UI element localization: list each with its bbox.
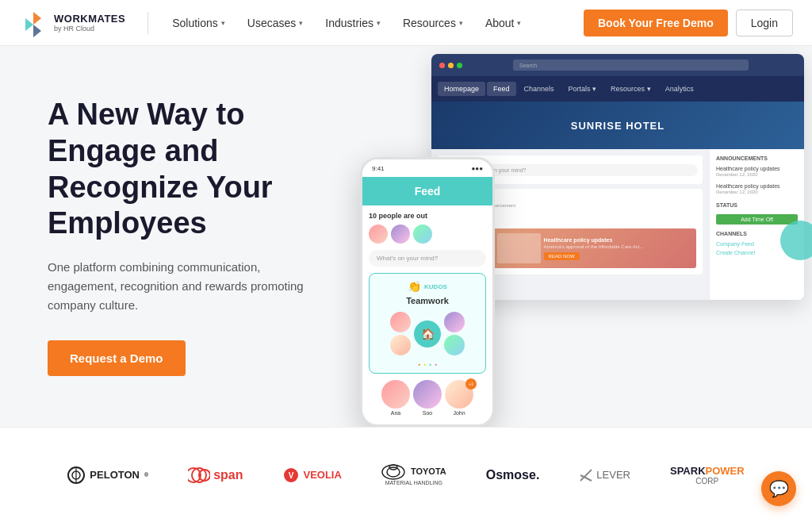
hero-content: A New Way to Engage and Recognize Your E…: [48, 97, 333, 375]
toyota-sub-text: MATERIAL HANDLING: [381, 480, 446, 486]
post-body: America's approval of the Affordable Car…: [544, 244, 644, 249]
nav-about[interactable]: About ▾: [476, 12, 531, 34]
desktop-nav-portals[interactable]: Portals ▾: [562, 82, 603, 96]
announcements-section: ANNOUNCEMENTS Healthcare policy updatesD…: [716, 155, 798, 196]
chevron-down-icon: ▾: [517, 19, 521, 27]
logo-title: WORKMATES: [54, 13, 125, 25]
dot-green: [457, 63, 462, 68]
hero-subheading: One platform combining communication, en…: [48, 258, 333, 315]
status-title: STATUS: [716, 202, 798, 208]
toyota-logo: TOYOTA MATERIAL HANDLING: [381, 464, 446, 486]
peloton-text: PELOTON: [90, 469, 140, 481]
lever-icon: [579, 468, 593, 482]
desktop-nav-channels[interactable]: Channels: [518, 82, 561, 96]
span-icon: [188, 466, 210, 484]
hero-section: A New Way to Engage and Recognize Your E…: [0, 46, 812, 427]
osmose-text: Osmose.: [486, 468, 540, 482]
desktop-nav-homepage[interactable]: Homepage: [438, 82, 485, 96]
kudos-dots: ● ● ● ●: [376, 362, 479, 367]
toyota-icon: [381, 464, 405, 480]
announcement-2: Healthcare policy updatesDecember 12, 20…: [716, 182, 798, 196]
request-demo-button[interactable]: Request a Demo: [48, 340, 186, 376]
address-bar: Search: [519, 63, 537, 68]
kudos-title: Teamwork: [376, 296, 479, 305]
phone-mockup: 9:41 ●●● Feed 10 people are out What's o…: [360, 157, 495, 427]
spark-corp-text: CORP: [670, 477, 745, 486]
chevron-down-icon: ▾: [377, 19, 381, 27]
hero-heading: A New Way to Engage and Recognize Your E…: [48, 97, 333, 241]
phone-status-bar: 9:41 ●●●: [362, 159, 492, 177]
logo[interactable]: WORKMATES by HR Cloud: [19, 9, 125, 37]
logo-subtitle: by HR Cloud: [54, 25, 125, 33]
status-section: STATUS Add Time Off: [716, 202, 798, 225]
desktop-topbar: Search: [431, 54, 804, 76]
spark-power-text: POWER: [706, 465, 745, 477]
nav-divider: [147, 12, 148, 34]
what-on-mind-input[interactable]: What's on your mind?: [369, 250, 486, 267]
workmates-logo-icon: [19, 9, 48, 37]
hotel-name: SUNRISE HOTEL: [571, 120, 665, 132]
chevron-down-icon: ▾: [459, 19, 463, 27]
desktop-nav-resources[interactable]: Resources ▾: [604, 82, 657, 96]
peloton-logo: PELOTON®: [67, 466, 148, 484]
add-time-off-button[interactable]: Add Time Off: [716, 214, 798, 225]
phone-feed-header: Feed: [362, 177, 492, 205]
nav-links: Solutions ▾ Usecases ▾ Industries ▾ Reso…: [163, 12, 576, 34]
span-text: span: [213, 468, 243, 482]
svg-text:V: V: [289, 471, 294, 480]
announcements-title: ANNOUNCEMENTS: [716, 155, 798, 161]
veolia-icon: V: [282, 466, 300, 484]
span-logo: span: [188, 466, 243, 484]
svg-marker-0: [33, 12, 41, 25]
navbar: WORKMATES by HR Cloud Solutions ▾ Usecas…: [0, 0, 812, 46]
lever-logo: LEVER: [579, 468, 630, 482]
dot-yellow: [448, 63, 454, 68]
login-button[interactable]: Login: [736, 10, 793, 36]
kudos-network: 🏠: [376, 312, 479, 355]
post-input[interactable]: What's on your mind?: [466, 164, 698, 176]
desktop-nav: Homepage Feed Channels Portals ▾ Resourc…: [431, 76, 804, 102]
peloton-icon: [67, 466, 85, 484]
nav-usecases[interactable]: Usecases ▾: [238, 12, 312, 34]
phone-bottom-avatars: Ana Soo +1 John: [369, 380, 486, 416]
desktop-nav-feed[interactable]: Feed: [487, 82, 516, 96]
veolia-text: VEOLIA: [303, 469, 341, 481]
post-headline: Healthcare policy updates: [544, 237, 644, 243]
spark-top-line: SPARKPOWER: [670, 465, 745, 477]
hero-visuals: Search Homepage Feed Channels Portals ▾ …: [320, 54, 812, 427]
dot-red: [439, 63, 445, 68]
kudos-card: 👏 KUDOS Teamwork 🏠: [369, 273, 486, 374]
lever-text: LEVER: [596, 469, 630, 481]
phone-bottom-nav: ⊞Dashboard 👥People ☑Tasks 📰Feed 💬Chat: [362, 425, 492, 427]
osmose-logo: Osmose.: [486, 468, 540, 482]
chevron-down-icon: ▾: [221, 19, 225, 27]
phone-avatars-row: [369, 225, 486, 244]
book-demo-button[interactable]: Book Your Free Demo: [584, 10, 728, 36]
nav-resources[interactable]: Resources ▾: [393, 12, 473, 34]
people-count: 10 people are out: [369, 212, 486, 220]
svg-marker-1: [25, 18, 33, 31]
svg-point-12: [387, 467, 400, 477]
veolia-logo: V VEOLIA: [282, 466, 341, 484]
kudos-label: KUDOS: [424, 283, 447, 290]
desktop-hotel-banner: SUNRISE HOTEL: [431, 102, 804, 149]
chevron-down-icon: ▾: [299, 19, 303, 27]
chat-bubble[interactable]: 💬: [761, 471, 796, 506]
logos-section: PELOTON® span V VEOLIA TOYOTA MATERIAL H…: [0, 427, 812, 522]
nav-cta: Book Your Free Demo Login: [584, 10, 793, 36]
toyota-main-text: TOYOTA: [381, 464, 446, 480]
spark-logo: SPARKPOWER CORP: [670, 465, 745, 486]
phone-content: 10 people are out What's on your mind? 👏…: [362, 205, 492, 422]
chat-icon: 💬: [769, 479, 789, 498]
nav-solutions[interactable]: Solutions ▾: [163, 12, 235, 34]
desktop-nav-analytics[interactable]: Analytics: [659, 82, 700, 96]
svg-marker-2: [33, 25, 41, 37]
nav-industries[interactable]: Industries ▾: [316, 12, 390, 34]
announcement-1: Healthcare policy updatesDecember 12, 20…: [716, 164, 798, 178]
